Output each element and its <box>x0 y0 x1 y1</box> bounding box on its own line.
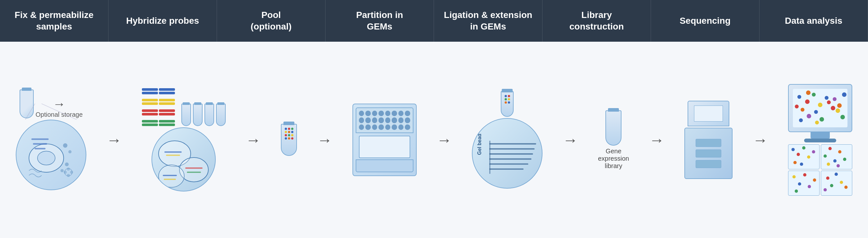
ldot-5 <box>505 101 507 104</box>
dot-orange-1 <box>288 131 290 133</box>
well-12 <box>378 117 384 123</box>
data-panel-2 <box>821 144 852 169</box>
step6-illustration: Geneexpressionlibrary <box>598 110 629 170</box>
dot-blue-2 <box>291 131 293 133</box>
svg-point-60 <box>824 154 827 158</box>
svg-point-10 <box>61 169 64 172</box>
tube-hyb-4 <box>216 104 226 126</box>
svg-point-35 <box>812 93 816 97</box>
dot-yellow-2 <box>291 134 293 136</box>
step-ligation: Ligation & extensionin GEMs <box>434 0 542 42</box>
well-4 <box>378 111 384 116</box>
svg-point-65 <box>827 163 830 166</box>
step-hybridize: Hybridize probes <box>108 0 217 42</box>
svg-point-63 <box>838 150 841 153</box>
svg-point-77 <box>844 186 847 189</box>
dot-red-2 <box>285 134 287 136</box>
library-tube <box>606 110 621 146</box>
instrument-screen <box>359 136 410 158</box>
step4-illustration <box>352 104 417 176</box>
dot-yellow-1 <box>285 131 287 133</box>
ldot-4 <box>508 98 510 100</box>
svg-point-12 <box>67 167 70 171</box>
data-monitor <box>788 84 852 132</box>
well-20 <box>378 125 384 130</box>
svg-point-64 <box>843 158 846 161</box>
svg-point-56 <box>807 155 810 159</box>
svg-point-78 <box>824 188 827 192</box>
svg-point-38 <box>831 106 835 110</box>
svg-point-62 <box>833 160 837 163</box>
svg-point-61 <box>828 147 831 150</box>
probe-bars <box>142 88 175 126</box>
well-21 <box>385 125 391 130</box>
dot-green-1 <box>291 128 293 130</box>
svg-point-7 <box>63 143 67 148</box>
svg-point-54 <box>797 153 800 156</box>
svg-point-73 <box>826 176 829 180</box>
well-11 <box>372 117 377 123</box>
well-15 <box>398 117 404 123</box>
step-fix: Fix & permeabilizesamples <box>0 0 108 42</box>
svg-point-55 <box>802 146 805 149</box>
gem-circle: Gel bead <box>472 118 542 189</box>
panel-svg-4 <box>821 171 852 195</box>
svg-point-44 <box>836 108 840 113</box>
well-18 <box>365 125 371 130</box>
svg-point-48 <box>840 115 845 119</box>
ldot-6 <box>508 101 510 104</box>
svg-point-46 <box>806 91 810 95</box>
cell-svg <box>17 120 86 190</box>
well-16 <box>405 117 410 123</box>
svg-point-53 <box>791 148 795 151</box>
well-23 <box>398 125 404 130</box>
scatter-svg-main <box>793 89 847 127</box>
header-bar: Fix & permeabilizesamples Hybridize prob… <box>0 0 868 42</box>
svg-point-67 <box>792 175 796 178</box>
svg-line-1 <box>41 104 77 120</box>
well-1 <box>359 111 364 116</box>
tube-ligation <box>501 91 514 117</box>
hybridize-circle <box>152 127 216 192</box>
svg-point-36 <box>818 103 823 107</box>
data-panel-3 <box>788 171 819 196</box>
dot-red-1 <box>288 128 290 130</box>
svg-point-71 <box>813 178 816 181</box>
svg-point-59 <box>800 163 803 166</box>
well-8 <box>405 111 410 116</box>
main-content: → Optional storage <box>0 42 868 238</box>
tube-pool <box>281 124 297 156</box>
panel-svg-3 <box>788 171 819 195</box>
monitor-base <box>804 139 836 142</box>
dot-red-3 <box>291 137 293 139</box>
sequencer-slot-2 <box>695 149 721 158</box>
svg-point-39 <box>801 108 804 112</box>
gene-expression-label: Geneexpressionlibrary <box>598 147 629 170</box>
step7-illustration <box>684 101 733 179</box>
well-17 <box>359 125 364 130</box>
well-2 <box>365 111 371 116</box>
step2-illustration <box>142 88 226 192</box>
data-panel-4 <box>821 171 852 196</box>
svg-point-68 <box>798 182 801 185</box>
well-22 <box>392 125 397 130</box>
arrow-2: → <box>246 131 261 149</box>
well-10 <box>365 117 371 123</box>
step-sequencing: Sequencing <box>651 0 760 42</box>
well-5 <box>385 111 391 116</box>
tube-pool-dots <box>281 125 296 143</box>
svg-point-13 <box>70 171 73 174</box>
tube-hyb-2 <box>193 104 203 126</box>
step5-illustration: Gel bead <box>472 91 542 189</box>
dot-orange-2 <box>288 137 290 139</box>
arrow-1: → <box>106 131 122 149</box>
well-14 <box>392 117 397 123</box>
dot-blue-3 <box>285 137 287 139</box>
monitor-screen <box>793 89 847 127</box>
sequencer-slot-3 <box>695 160 721 168</box>
svg-point-41 <box>814 110 818 114</box>
hybridize-svg <box>152 128 216 192</box>
well-19 <box>372 125 377 130</box>
sequencer-screen <box>694 105 723 122</box>
panel-svg-2 <box>821 145 852 169</box>
